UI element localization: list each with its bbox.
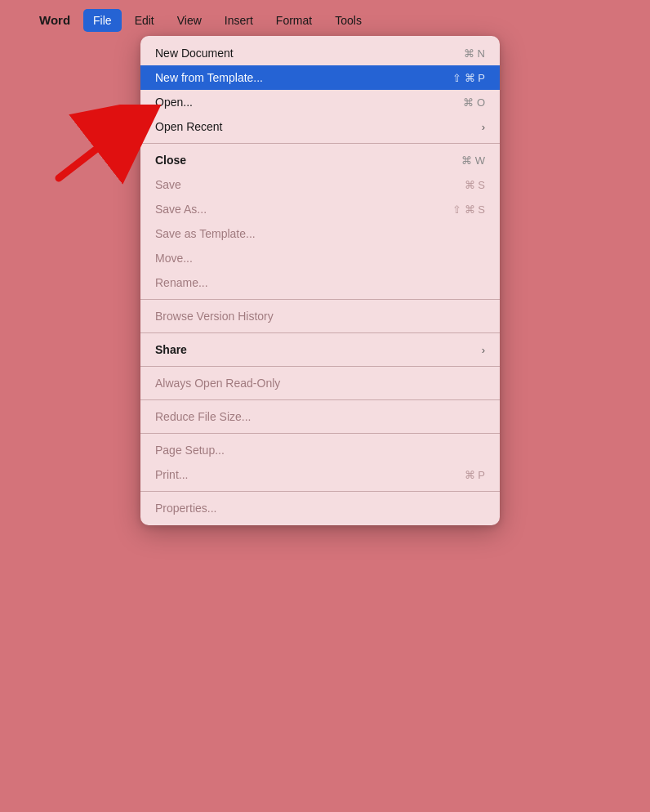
apple-menu[interactable] — [10, 16, 26, 25]
tools-menu[interactable]: Tools — [325, 9, 372, 32]
separator-1 — [140, 143, 500, 144]
menu-item-new-from-template-shortcut: ⇧ ⌘ P — [452, 72, 485, 84]
menu-item-rename: Rename... — [140, 270, 500, 295]
menu-item-new-document-label: New Document — [155, 47, 234, 60]
menu-item-always-open-read-only: Always Open Read-Only — [140, 371, 500, 395]
separator-3 — [140, 332, 500, 333]
menu-item-always-open-read-only-label: Always Open Read-Only — [155, 377, 280, 390]
menu-item-open-shortcut: ⌘ O — [463, 96, 485, 109]
menu-item-save-as: Save As... ⇧ ⌘ S — [140, 197, 500, 221]
menu-item-save-shortcut: ⌘ S — [465, 179, 485, 191]
menu-item-reduce-file-size: Reduce File Size... — [140, 404, 500, 429]
menu-item-save-label: Save — [155, 178, 181, 191]
menu-item-reduce-file-size-label: Reduce File Size... — [155, 410, 252, 423]
menu-item-browse-version-history: Browse Version History — [140, 304, 500, 328]
menu-item-share[interactable]: Share › — [140, 337, 500, 362]
menu-item-browse-version-history-label: Browse Version History — [155, 310, 274, 323]
menu-item-new-document-shortcut: ⌘ N — [464, 47, 485, 60]
menu-item-move-label: Move... — [155, 252, 193, 265]
separator-6 — [140, 433, 500, 434]
menu-item-properties-label: Properties... — [155, 502, 216, 515]
menu-item-close-shortcut: ⌘ W — [461, 154, 485, 167]
menu-item-share-label: Share — [155, 343, 187, 356]
open-recent-chevron-icon: › — [482, 121, 485, 133]
menu-item-save-as-template: Save as Template... — [140, 221, 500, 246]
svg-line-1 — [59, 123, 131, 178]
menu-item-print: Print... ⌘ P — [140, 462, 500, 487]
menu-item-save: Save ⌘ S — [140, 172, 500, 197]
view-menu[interactable]: View — [167, 9, 211, 32]
word-menu[interactable]: Word — [29, 8, 80, 32]
menu-item-print-label: Print... — [155, 468, 188, 481]
menu-item-save-as-template-label: Save as Template... — [155, 227, 256, 240]
menu-item-close-label: Close — [155, 154, 186, 167]
menu-item-print-shortcut: ⌘ P — [465, 469, 485, 481]
menu-item-page-setup: Page Setup... — [140, 438, 500, 462]
format-menu[interactable]: Format — [266, 9, 322, 32]
menu-item-new-from-template[interactable]: New from Template... ⇧ ⌘ P — [140, 65, 500, 90]
menubar: Word File Edit View Insert Format Tools — [0, 0, 650, 40]
edit-menu[interactable]: Edit — [125, 9, 164, 32]
menu-item-open-recent[interactable]: Open Recent › — [140, 114, 500, 139]
menu-item-close[interactable]: Close ⌘ W — [140, 148, 500, 172]
file-menu[interactable]: File — [83, 9, 122, 32]
separator-2 — [140, 299, 500, 300]
menu-item-new-document[interactable]: New Document ⌘ N — [140, 41, 500, 65]
separator-4 — [140, 366, 500, 367]
menu-item-open-label: Open... — [155, 96, 193, 109]
separator-5 — [140, 399, 500, 400]
separator-7 — [140, 491, 500, 492]
file-dropdown-menu: New Document ⌘ N New from Template... ⇧ … — [140, 36, 500, 525]
menu-item-move: Move... — [140, 246, 500, 270]
share-chevron-icon: › — [482, 344, 485, 356]
menu-item-open-recent-label: Open Recent — [155, 120, 223, 133]
insert-menu[interactable]: Insert — [215, 9, 263, 32]
menu-item-rename-label: Rename... — [155, 276, 208, 289]
menu-item-properties: Properties... — [140, 496, 500, 520]
menu-item-save-as-label: Save As... — [155, 203, 207, 216]
menu-item-save-as-shortcut: ⇧ ⌘ S — [452, 203, 485, 216]
menu-item-page-setup-label: Page Setup... — [155, 444, 225, 457]
menu-item-open[interactable]: Open... ⌘ O — [140, 90, 500, 114]
menu-item-new-from-template-label: New from Template... — [155, 71, 263, 84]
